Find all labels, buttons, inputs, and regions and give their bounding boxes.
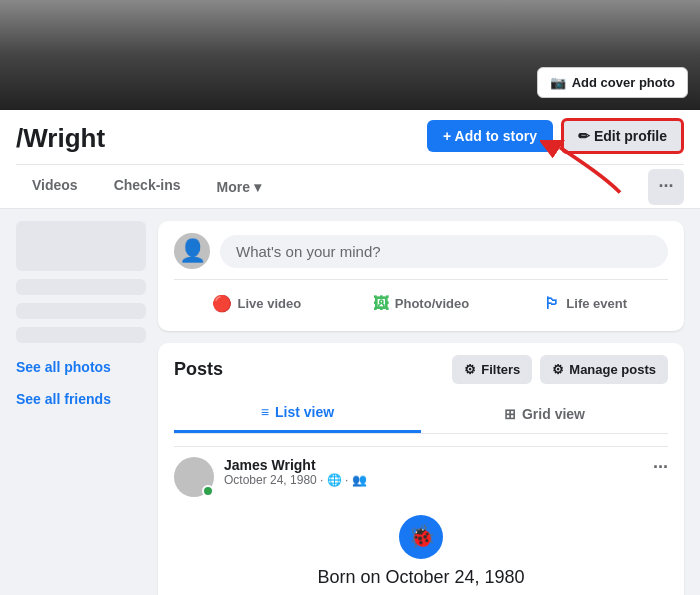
add-to-story-button[interactable]: + Add to story <box>427 120 553 152</box>
user-avatar-small: 👤 <box>174 233 210 269</box>
whats-on-mind-input[interactable]: What's on your mind? <box>220 235 668 268</box>
flag-icon: 🏳 <box>544 295 560 313</box>
online-indicator <box>202 485 214 497</box>
sidebar-placeholder-2 <box>16 279 146 295</box>
chevron-down-icon: ▾ <box>254 179 261 195</box>
post-avatar <box>174 457 214 497</box>
list-icon: ≡ <box>261 404 269 420</box>
grid-view-tab[interactable]: ⊞ Grid view <box>421 394 668 433</box>
posts-section: Posts ⚙ Filters ⚙ Manage posts ≡ List vi… <box>158 343 684 595</box>
profile-actions: + Add to story ✏ Edit profile <box>427 118 684 154</box>
nav-dots-button[interactable]: ··· <box>648 169 684 205</box>
life-event-action[interactable]: 🏳 Life event <box>503 288 668 319</box>
left-sidebar: See all photos See all friends <box>16 221 146 595</box>
posts-header: Posts ⚙ Filters ⚙ Manage posts <box>174 355 668 384</box>
list-view-tab[interactable]: ≡ List view <box>174 394 421 433</box>
create-post-top: 👤 What's on your mind? <box>174 233 668 269</box>
post-header: James Wright October 24, 1980 · 🌐 · 👥 ··… <box>174 457 668 497</box>
live-video-icon: 🔴 <box>212 294 232 313</box>
birthday-icon: 🐞 <box>399 515 443 559</box>
create-post-box: 👤 What's on your mind? 🔴 Live video 🖼 Ph… <box>158 221 684 331</box>
profile-nav: Videos Check-ins More ▾ ··· <box>16 164 684 208</box>
main-content: See all photos See all friends 👤 What's … <box>0 209 700 595</box>
create-post-actions: 🔴 Live video 🖼 Photo/video 🏳 Life event <box>174 279 668 319</box>
add-cover-button[interactable]: 📷 Add cover photo <box>537 67 688 98</box>
photo-icon: 🖼 <box>373 295 389 313</box>
sidebar-placeholder-1 <box>16 221 146 271</box>
edit-profile-button[interactable]: ✏ Edit profile <box>561 118 684 154</box>
see-all-photos-link[interactable]: See all photos <box>16 351 146 383</box>
sidebar-placeholder-4 <box>16 327 146 343</box>
post-meta: October 24, 1980 · 🌐 · 👥 <box>224 473 367 487</box>
nav-item-more[interactable]: More ▾ <box>201 167 277 207</box>
profile-section: /Wright + Add to story ✏ Edit profile Vi… <box>0 110 700 209</box>
grid-icon: ⊞ <box>504 406 516 422</box>
post-author-info: James Wright October 24, 1980 · 🌐 · 👥 <box>174 457 367 497</box>
post-more-button[interactable]: ··· <box>653 457 668 478</box>
camera-icon: 📷 <box>550 75 566 90</box>
gear-icon: ⚙ <box>552 362 564 377</box>
cover-photo: 📷 Add cover photo <box>0 0 700 110</box>
photo-video-action[interactable]: 🖼 Photo/video <box>339 288 504 319</box>
live-video-action[interactable]: 🔴 Live video <box>174 288 339 319</box>
view-tabs: ≡ List view ⊞ Grid view <box>174 394 668 434</box>
person-icon: 👤 <box>179 238 206 264</box>
posts-title: Posts <box>174 359 223 380</box>
manage-posts-button[interactable]: ⚙ Manage posts <box>540 355 668 384</box>
posts-controls: ⚙ Filters ⚙ Manage posts <box>452 355 668 384</box>
sidebar-placeholder-3 <box>16 303 146 319</box>
post-item: James Wright October 24, 1980 · 🌐 · 👥 ··… <box>174 446 668 595</box>
filters-button[interactable]: ⚙ Filters <box>452 355 532 384</box>
post-author-details: James Wright October 24, 1980 · 🌐 · 👥 <box>224 457 367 487</box>
filter-icon: ⚙ <box>464 362 476 377</box>
see-all-friends-link[interactable]: See all friends <box>16 383 146 415</box>
profile-name: /Wright <box>16 123 105 154</box>
post-content: 🐞 Born on October 24, 1980 <box>174 507 668 595</box>
feed: 👤 What's on your mind? 🔴 Live video 🖼 Ph… <box>158 221 684 595</box>
nav-item-checkins[interactable]: Check-ins <box>98 165 197 208</box>
profile-info-row: /Wright + Add to story ✏ Edit profile <box>16 110 684 164</box>
post-author-name: James Wright <box>224 457 367 473</box>
post-text: Born on October 24, 1980 <box>174 567 668 588</box>
nav-item-videos[interactable]: Videos <box>16 165 94 208</box>
